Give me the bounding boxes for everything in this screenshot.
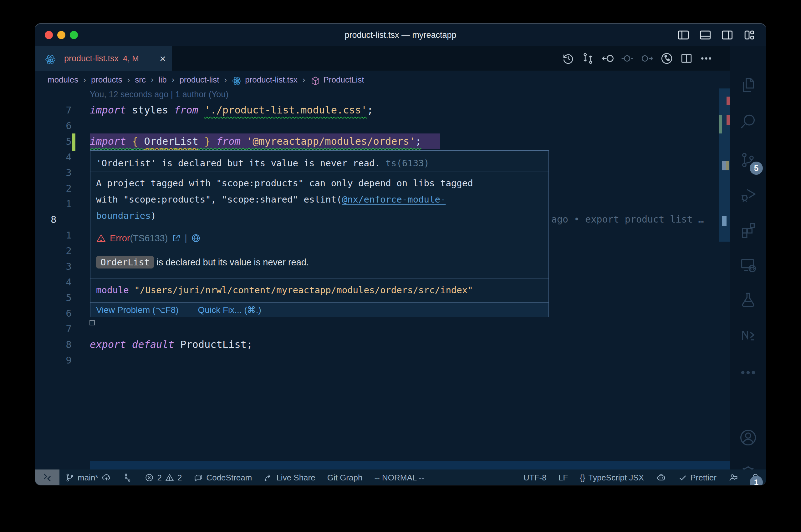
eslint-text: with "scope:products", "scope:shared" es… [96, 194, 342, 205]
compare-changes-icon[interactable] [581, 52, 595, 65]
eslint-diagnostic-message: A project tagged with "scope:products" c… [90, 175, 548, 224]
horizontal-scrollbar[interactable] [90, 461, 730, 470]
additional-views-icon[interactable] [738, 363, 758, 383]
navigate-previous-icon[interactable] [621, 52, 634, 65]
account-icon[interactable] [738, 428, 758, 448]
toggle-primary-sidebar-icon[interactable] [676, 28, 690, 42]
eslint-rule-link[interactable]: @nx/enforce-module- [342, 194, 446, 205]
breadcrumb-item[interactable]: lib [159, 75, 167, 85]
warning-ruler-mark [726, 161, 729, 170]
warning-count: 2 [177, 473, 182, 482]
explorer-icon[interactable] [738, 75, 758, 95]
globe-icon[interactable] [191, 233, 201, 243]
remote-indicator[interactable] [35, 470, 59, 485]
encoding-status[interactable]: UTF-8 [524, 473, 547, 482]
breadcrumb-item[interactable]: products [91, 75, 122, 85]
breadcrumb-file[interactable]: product-list.tsx [245, 75, 297, 85]
live-share-status[interactable]: Live Share [264, 473, 315, 482]
code-line-import-styles[interactable]: import styles from './product-list.modul… [90, 102, 373, 118]
line-number: 8 [47, 337, 72, 352]
codestream-label: CodeStream [206, 473, 252, 482]
prettier-status[interactable]: Prettier [678, 473, 716, 482]
eslint-text-line: with "scope:products", "scope:shared" es… [96, 191, 543, 208]
code-line-import-orderlist[interactable]: import { OrderList } from '@myreactapp/m… [90, 133, 440, 149]
tab-problems-badge: 4, M [123, 54, 139, 63]
window-title: product-list.tsx — myreactapp [35, 24, 766, 46]
chevron-right-icon: › [172, 75, 175, 85]
nx-console-icon[interactable] [738, 326, 758, 346]
search-icon[interactable] [738, 112, 758, 132]
language-mode-status[interactable]: {} TypeScript JSX [580, 473, 644, 482]
extensions-icon[interactable] [738, 220, 758, 240]
breadcrumb-item[interactable]: modules [48, 75, 78, 85]
chevron-right-icon: › [303, 75, 305, 85]
toggle-secondary-sidebar-icon[interactable] [720, 28, 734, 42]
git-branch-status[interactable]: main* [65, 473, 111, 482]
customize-layout-icon[interactable] [742, 28, 756, 42]
vscode-window: product-list.tsx — myreactapp prod [35, 23, 766, 485]
split-editor-icon[interactable] [680, 52, 693, 65]
eslint-text: ) [151, 210, 156, 221]
diagnostic-text: 'OrderList' is declared but its value is… [96, 158, 380, 169]
nx-cloud-status[interactable] [123, 473, 133, 482]
symbol-chip: OrderList [96, 256, 154, 268]
breadcrumb-item[interactable]: src [135, 75, 146, 85]
code-line-export-default[interactable]: export default ProductList; [90, 337, 253, 352]
copilot-status[interactable] [656, 472, 667, 483]
ruler-mark [722, 216, 727, 226]
line-number: 2 [47, 180, 72, 196]
run-debug-icon[interactable] [738, 185, 758, 205]
eol-status[interactable]: LF [559, 473, 568, 482]
git-modified-ruler-mark [719, 115, 722, 133]
feedback-icon[interactable] [728, 473, 739, 482]
line-number: 4 [47, 274, 72, 290]
react-file-icon [45, 54, 56, 65]
eslint-text-line: A project tagged with "scope:products" c… [96, 175, 543, 191]
testing-icon[interactable] [738, 290, 758, 310]
breadcrumb-symbol[interactable]: ProductList [324, 75, 364, 85]
keyword-token: from [174, 104, 204, 116]
brace-token: { [132, 135, 144, 147]
hover-resize-handle[interactable] [90, 320, 95, 325]
problems-status[interactable]: 2 2 [145, 473, 182, 482]
identifier-token: styles [132, 104, 174, 116]
vim-mode-status[interactable]: -- NORMAL -- [374, 473, 424, 482]
toggle-panel-icon[interactable] [698, 28, 712, 42]
chevron-right-icon: › [83, 75, 86, 85]
hover-actions-row: View Problem (⌥F8) Quick Fix... (⌘.) [90, 302, 548, 317]
keyword-token: from [217, 135, 247, 147]
git-graph-label: Git Graph [327, 473, 363, 482]
error-detail-text: is declared but its value is never read. [154, 257, 309, 268]
line-number: 4 [47, 149, 72, 165]
codestream-status[interactable]: CodeStream [194, 473, 252, 482]
tab-close-icon[interactable]: × [160, 53, 166, 64]
live-share-label: Live Share [276, 473, 315, 482]
git-blame-annotation: You, 12 seconds ago | 1 author (You) [90, 87, 229, 102]
breadcrumb-item[interactable]: product-list [179, 75, 219, 85]
error-label: Error [110, 233, 130, 244]
current-line-number: 8 [51, 212, 75, 227]
remote-explorer-icon[interactable] [738, 255, 758, 275]
quick-fix-link[interactable]: Quick Fix... (⌘.) [198, 305, 261, 315]
eslint-rule-link[interactable]: boundaries [96, 210, 151, 221]
overview-ruler[interactable] [719, 89, 730, 461]
chevron-right-icon: › [151, 75, 153, 85]
open-external-icon[interactable] [171, 233, 181, 243]
timeline-history-icon[interactable] [562, 52, 575, 65]
punctuation-token: ; [415, 135, 421, 147]
git-graph-status[interactable]: Git Graph [327, 473, 363, 482]
separator: | [185, 233, 187, 244]
more-actions-icon[interactable] [699, 52, 713, 65]
navigate-forward-icon[interactable] [640, 52, 654, 65]
navigate-back-icon[interactable] [601, 52, 614, 65]
run-file-icon[interactable] [660, 52, 673, 65]
line-number: 9 [47, 352, 72, 368]
module-path: "/Users/juri/nrwl/content/myreactapp/mod… [129, 285, 473, 296]
tab-product-list[interactable]: product-list.tsx 4, M × [35, 46, 172, 71]
breadcrumb: modules › products › src › lib › product… [35, 71, 730, 89]
chevron-right-icon: › [224, 75, 227, 85]
line-number: 5 [47, 290, 72, 305]
view-problem-link[interactable]: View Problem (⌥F8) [96, 305, 179, 315]
error-hover-tooltip: 'OrderList' is declared but its value is… [90, 150, 549, 317]
eslint-text-line: boundaries) [96, 208, 543, 224]
